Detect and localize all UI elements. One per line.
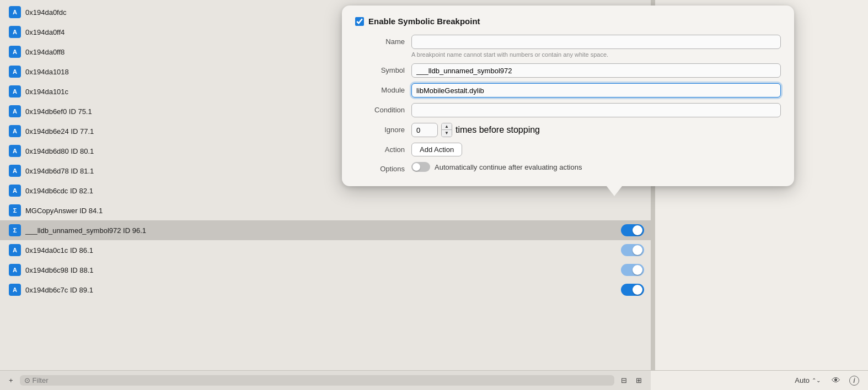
item-badge: A: [9, 145, 21, 157]
options-toggle-label: Automatically continue after evaluating …: [435, 163, 582, 171]
item-left: A0x194db6ef0 ID 75.1: [9, 105, 92, 117]
toggle-view-button[interactable]: ⊟: [619, 375, 629, 386]
item-label: 0x194db6d80 ID 80.1: [25, 147, 94, 155]
item-badge: A: [9, 125, 21, 137]
item-badge: A: [9, 244, 21, 256]
item-label: 0x194db6e24 ID 77.1: [25, 127, 94, 136]
filter-icon: ⊙: [24, 376, 30, 384]
name-field-group: A breakpoint name cannot start with numb…: [411, 35, 781, 58]
item-left: A0x194da101c: [9, 85, 68, 98]
details-button[interactable]: ⊞: [634, 375, 644, 386]
add-icon: +: [9, 376, 13, 384]
item-left: A0x194db6c98 ID 88.1: [9, 264, 94, 276]
module-label: Module: [355, 83, 405, 94]
info-icon: i: [849, 376, 859, 386]
toggle-button[interactable]: [621, 284, 644, 296]
item-left: A0x194da0ff4: [9, 26, 65, 38]
symbol-input[interactable]: [411, 63, 781, 78]
item-label: 0x194db6c98 ID 88.1: [25, 266, 94, 274]
form-grid: Name A breakpoint name cannot start with…: [355, 35, 781, 173]
stepper-down[interactable]: ▼: [442, 130, 452, 137]
action-label: Action: [355, 143, 405, 154]
item-left: A0x194db6c7c ID 89.1: [9, 284, 93, 296]
item-badge: A: [9, 66, 21, 78]
status-icons: 👁 i: [832, 376, 859, 386]
item-label: 0x194db6ef0 ID 75.1: [25, 107, 92, 116]
item-label: 0x194db6d78 ID 81.1: [25, 167, 94, 175]
options-row: Automatically continue after evaluating …: [411, 162, 781, 172]
item-left: A0x194db6d80 ID 80.1: [9, 145, 94, 157]
item-label: 0x194da1018: [25, 68, 69, 76]
breakpoint-item[interactable]: A0x194db6c98 ID 88.1: [0, 260, 651, 280]
name-hint: A breakpoint name cannot start with numb…: [411, 51, 781, 58]
item-left: A0x194da0ff8: [9, 46, 65, 58]
item-badge: A: [9, 185, 21, 197]
item-badge: A: [9, 46, 21, 58]
item-label: 0x194db6cdc ID 82.1: [25, 187, 93, 195]
enable-checkbox[interactable]: [355, 17, 364, 26]
item-label: 0x194da0fdc: [25, 8, 66, 17]
item-badge: A: [9, 264, 21, 276]
item-label: MGCopyAnswer ID 84.1: [25, 207, 103, 215]
item-label: 0x194da0c1c ID 86.1: [25, 246, 93, 254]
item-left: A0x194db6e24 ID 77.1: [9, 125, 94, 137]
item-badge: A: [9, 105, 21, 117]
item-left: A0x194da1018: [9, 66, 69, 78]
auto-status: Auto ⌃⌄: [795, 376, 821, 384]
auto-chevron-icon: ⌃⌄: [812, 377, 821, 383]
module-input[interactable]: [411, 83, 781, 98]
breakpoint-item[interactable]: A0x194da0c1c ID 86.1: [0, 240, 651, 260]
item-label: 0x194db6c7c ID 89.1: [25, 286, 93, 294]
item-badge: A: [9, 284, 21, 296]
item-left: ΣMGCopyAnswer ID 84.1: [9, 204, 103, 216]
eye-icon: 👁: [832, 376, 840, 386]
item-left: A0x194da0fdc: [9, 6, 66, 18]
item-badge: A: [9, 85, 21, 98]
auto-label: Auto: [795, 376, 810, 384]
eye-button[interactable]: 👁: [832, 376, 840, 386]
options-label: Options: [355, 162, 405, 173]
toggle-button[interactable]: [621, 224, 644, 236]
item-label: 0x194da0ff8: [25, 48, 65, 56]
add-breakpoint-button[interactable]: +: [7, 375, 15, 386]
ignore-row: ▲ ▼ times before stopping: [411, 123, 781, 137]
item-badge: Σ: [9, 224, 21, 236]
condition-label: Condition: [355, 103, 405, 114]
bottom-bar: + ⊙ ⊟ ⊞: [0, 370, 651, 390]
main-container: A0x194da0fdcA0x194da0ff4A0x194da0ff8A0x1…: [0, 0, 868, 390]
item-label: 0x194da101c: [25, 88, 68, 96]
condition-input[interactable]: [411, 103, 781, 117]
toggle-button[interactable]: [621, 244, 644, 256]
popover-header: Enable Symbolic Breakpoint: [355, 17, 781, 26]
stepper-up[interactable]: ▲: [442, 123, 452, 130]
ignore-input[interactable]: [411, 123, 438, 137]
item-badge: A: [9, 165, 21, 177]
enable-label: Enable Symbolic Breakpoint: [368, 17, 480, 26]
breakpoint-item[interactable]: ΣMGCopyAnswer ID 84.1: [0, 201, 651, 220]
item-left: A0x194db6d78 ID 81.1: [9, 165, 94, 177]
name-label: Name: [355, 35, 405, 46]
item-badge: A: [9, 26, 21, 38]
item-left: A0x194db6cdc ID 82.1: [9, 185, 93, 197]
add-action-button[interactable]: Add Action: [411, 143, 462, 156]
ignore-label: Ignore: [355, 123, 405, 134]
item-badge: A: [9, 6, 21, 18]
item-label: 0x194da0ff4: [25, 28, 65, 36]
right-statusbar: Auto ⌃⌄ 👁 i: [651, 370, 868, 390]
item-left: A0x194da0c1c ID 86.1: [9, 244, 93, 256]
ignore-stepper: ▲ ▼: [441, 123, 452, 137]
symbolic-breakpoint-popover: Enable Symbolic Breakpoint Name A breakp…: [342, 6, 794, 186]
breakpoint-item[interactable]: Σ___lldb_unnamed_symbol972 ID 96.1: [0, 220, 651, 240]
options-toggle[interactable]: [411, 162, 430, 172]
filter-input[interactable]: [33, 376, 610, 384]
symbol-label: Symbol: [355, 63, 405, 74]
item-left: Σ___lldb_unnamed_symbol972 ID 96.1: [9, 224, 146, 236]
toggle-button[interactable]: [621, 264, 644, 276]
name-input[interactable]: [411, 35, 781, 49]
list-icon: ⊟: [621, 376, 627, 384]
item-badge: Σ: [9, 204, 21, 216]
item-label: ___lldb_unnamed_symbol972 ID 96.1: [25, 226, 146, 235]
info-button[interactable]: i: [849, 376, 859, 386]
filter-box: ⊙: [20, 375, 614, 386]
breakpoint-item[interactable]: A0x194db6c7c ID 89.1: [0, 280, 651, 300]
